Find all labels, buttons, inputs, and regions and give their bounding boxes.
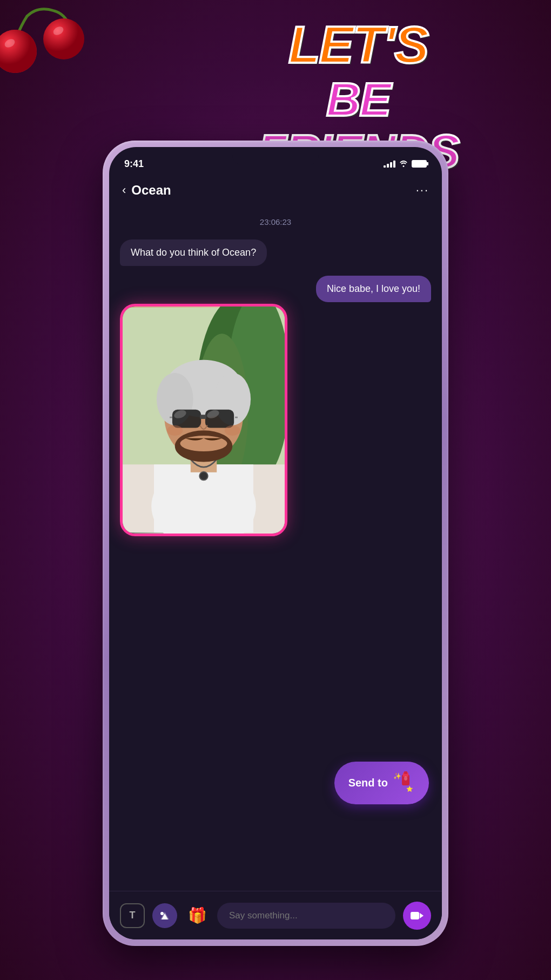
cherry-decoration <box>0 0 92 92</box>
chat-header: ‹ Ocean ··· <box>109 174 442 206</box>
media-button[interactable] <box>152 903 177 928</box>
send-to-button[interactable]: Send to ✨ ⭐ <box>334 762 429 804</box>
video-call-button[interactable] <box>403 902 431 930</box>
phone-frame: 9:41 <box>103 141 448 946</box>
svg-point-37 <box>160 912 164 915</box>
back-arrow-icon: ‹ <box>122 183 126 197</box>
text-icon: T <box>130 910 136 921</box>
message-received: What do you think of Ocean? <box>120 239 431 266</box>
svg-point-33 <box>404 776 407 781</box>
photo-message <box>120 304 287 536</box>
message-sent: Nice babe, I love you! <box>120 276 431 302</box>
svg-marker-39 <box>420 913 424 918</box>
svg-point-28 <box>225 425 240 436</box>
wifi-icon <box>399 159 408 169</box>
back-button[interactable]: ‹ Ocean <box>122 183 171 198</box>
contact-name: Ocean <box>131 183 171 198</box>
message-input[interactable] <box>217 903 395 929</box>
status-time: 9:41 <box>124 158 144 170</box>
gift-button[interactable]: 🎁 <box>185 903 210 928</box>
svg-point-26 <box>180 436 227 451</box>
svg-point-27 <box>167 425 183 436</box>
bottom-bar: T 🎁 <box>109 891 442 939</box>
battery-icon <box>412 160 427 168</box>
send-to-label: Send to <box>348 777 388 789</box>
text-format-button[interactable]: T <box>120 903 145 928</box>
phone-notch <box>232 147 319 165</box>
chat-timestamp: 23:06:23 <box>120 217 431 226</box>
bubble-sent: Nice babe, I love you! <box>316 276 431 302</box>
svg-rect-38 <box>411 912 419 919</box>
svg-text:⭐: ⭐ <box>406 785 413 792</box>
mountain-icon <box>158 909 171 922</box>
gift-icon: 🎁 <box>188 906 207 924</box>
svg-point-3 <box>43 18 84 59</box>
photo-content <box>123 306 285 534</box>
svg-point-13 <box>199 472 207 480</box>
chat-area: 23:06:23 What do you think of Ocean? Nic… <box>109 206 442 891</box>
status-icons <box>384 159 427 169</box>
title-line1: LET'S <box>220 16 496 74</box>
svg-text:✨: ✨ <box>393 772 401 780</box>
video-icon <box>410 910 424 921</box>
svg-point-1 <box>0 30 37 73</box>
signal-icon <box>384 160 395 168</box>
bubble-received: What do you think of Ocean? <box>120 239 267 266</box>
svg-rect-20 <box>200 415 206 419</box>
phone-screen: 9:41 <box>109 147 442 939</box>
more-options-button[interactable]: ··· <box>416 183 429 197</box>
send-to-emoji: ✨ ⭐ <box>393 770 415 796</box>
svg-rect-32 <box>404 771 407 774</box>
